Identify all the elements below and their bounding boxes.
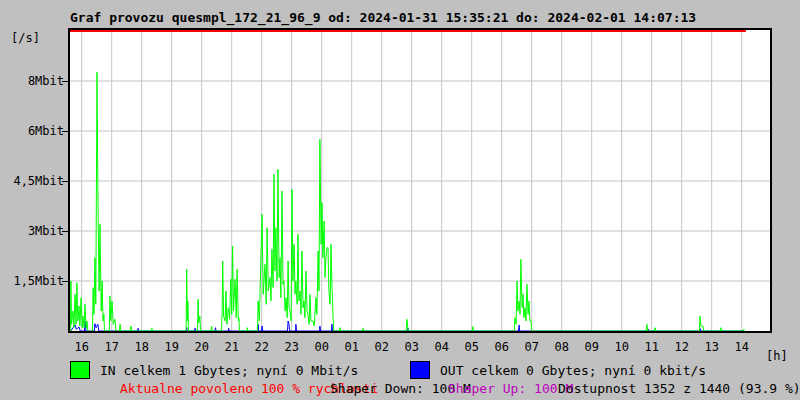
shaper-up-text: Shaper Up: 100 M [448,381,573,396]
y-tick-mark [62,131,69,132]
y-axis-unit-label: [/s] [11,31,40,45]
x-tick-label: 23 [281,341,303,354]
y-tick-label: 8Mbit [6,74,64,88]
x-tick-label: 09 [581,341,603,354]
x-tick-label: 04 [431,341,453,354]
y-tick-mark [62,281,69,282]
x-tick-label: 19 [161,341,183,354]
chart-plot-area [68,28,772,333]
y-tick-mark [62,231,69,232]
x-tick-label: 11 [641,341,663,354]
y-tick-mark [62,181,69,182]
x-tick-label: 21 [221,341,243,354]
legend-out-swatch [410,361,430,379]
x-tick-label: 06 [491,341,513,354]
x-tick-label: 17 [101,341,123,354]
x-tick-label: 13 [701,341,723,354]
x-tick-label: 03 [401,341,423,354]
chart-canvas [70,30,770,331]
y-tick-label: 3Mbit [6,224,64,238]
x-tick-label: 18 [131,341,153,354]
y-tick-label: 6Mbit [6,124,64,138]
y-tick-label: 4,5Mbit [6,174,64,188]
x-tick-label: 12 [671,341,693,354]
legend-out-label: OUT celkem 0 Gbytes; nyní 0 kbit/s [440,363,706,378]
x-tick-label: 02 [371,341,393,354]
x-tick-label: 01 [341,341,363,354]
x-tick-label: 00 [311,341,333,354]
y-tick-label: 1,5Mbit [6,274,64,288]
x-tick-label: 14 [731,341,753,354]
x-tick-label: 22 [251,341,273,354]
x-tick-label: 20 [191,341,213,354]
x-tick-label: 05 [461,341,483,354]
page-title: Graf provozu quesmpl_172_21_96_9 od: 202… [70,10,696,25]
x-tick-label: 07 [521,341,543,354]
traffic-graph-page: Graf provozu quesmpl_172_21_96_9 od: 202… [0,0,800,400]
y-tick-mark [62,81,69,82]
x-axis-unit-label: [h] [766,349,788,363]
availability-text: Dostupnost 1352 z 1440 (93.9 %) [558,381,800,396]
x-tick-label: 08 [551,341,573,354]
x-tick-label: 10 [611,341,633,354]
x-tick-label: 16 [71,341,93,354]
legend-in-swatch [70,361,90,379]
legend-in-label: IN celkem 1 Gbytes; nyní 0 Mbit/s [100,363,358,378]
